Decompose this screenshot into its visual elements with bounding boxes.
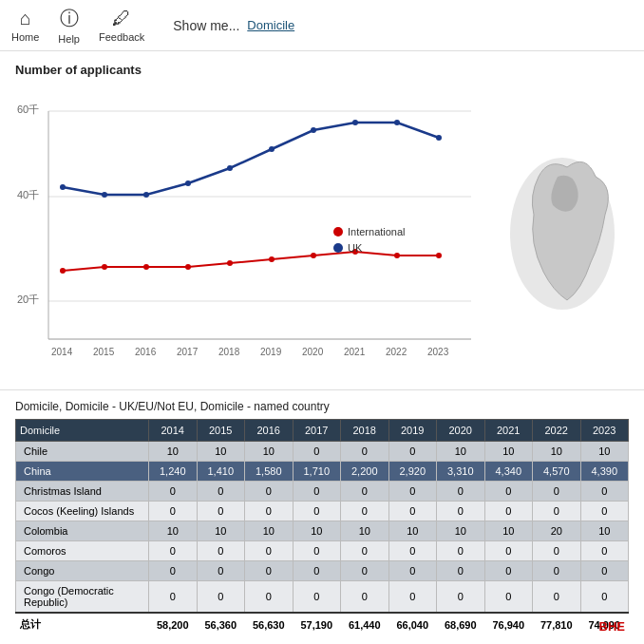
cell-domicile: Chile [16, 442, 149, 462]
home-nav[interactable]: ⌂ Home [11, 8, 39, 43]
help-nav[interactable]: ⓘ Help [58, 6, 80, 45]
cell-value: 10 [149, 442, 198, 462]
cell-value: 0 [293, 442, 341, 462]
svg-text:2020: 2020 [302, 347, 324, 357]
cell-value: 0 [533, 581, 581, 614]
svg-text:2023: 2023 [427, 347, 449, 357]
cell-value: 0 [293, 541, 341, 561]
cell-value: 0 [437, 482, 485, 502]
domicile-button[interactable]: Domicile [247, 18, 294, 32]
col-header-2021: 2021 [484, 420, 533, 442]
svg-text:2022: 2022 [386, 347, 407, 357]
cell-value: 4,340 [484, 462, 533, 482]
cell-value: 0 [388, 482, 437, 502]
cell-value: 10 [245, 442, 294, 462]
cell-value: 4,390 [580, 462, 629, 482]
feedback-nav[interactable]: 🖊 Feedback [99, 8, 144, 43]
intl-dot [269, 256, 275, 262]
cell-value: 0 [149, 581, 198, 614]
table-row: Christmas Island0000000000 [16, 482, 629, 502]
intl-line [63, 252, 439, 271]
cell-value: 10 [341, 521, 389, 541]
map-svg [501, 139, 624, 329]
table-section: Domicile, Domicile - UK/EU/Not EU, Domic… [0, 390, 644, 635]
y-label-60: 60千 [17, 104, 39, 115]
table-row: Chile10101000010101010 [16, 442, 629, 462]
app-header: ⌂ Home ⓘ Help 🖊 Feedback Show me... Domi… [0, 0, 644, 51]
cell-value: 10 [437, 442, 485, 462]
table-title: Domicile, Domicile - UK/EU/Not EU, Domic… [15, 400, 629, 413]
cell-value: 0 [580, 561, 629, 581]
cell-value: 1,710 [293, 462, 341, 482]
cell-value: 0 [341, 561, 389, 581]
legend-intl-label: International [348, 226, 406, 237]
cell-value: 0 [341, 442, 389, 462]
cell-value: 0 [437, 581, 485, 614]
cell-value: 0 [149, 502, 198, 521]
uk-dot [185, 180, 191, 186]
cell-value: 0 [580, 502, 629, 521]
cell-value: 10 [149, 521, 198, 541]
col-header-2016: 2016 [245, 420, 294, 442]
table-row: Congo0000000000 [16, 561, 629, 581]
intl-dot [227, 260, 233, 266]
table-row: Comoros0000000000 [16, 541, 629, 561]
cell-value: 0 [388, 561, 437, 581]
uk-dot [436, 135, 442, 141]
cell-value: 0 [197, 482, 245, 502]
cell-value: 0 [437, 561, 485, 581]
uk-dot [352, 120, 358, 125]
cell-value: 0 [484, 581, 533, 614]
svg-text:2018: 2018 [218, 347, 240, 357]
svg-text:2014: 2014 [51, 347, 73, 357]
home-label: Home [11, 31, 39, 43]
cell-value: 0 [197, 502, 245, 521]
cell-value: 2,920 [388, 462, 437, 482]
cell-value: 0 [388, 442, 437, 462]
y-label-20: 20千 [17, 294, 39, 305]
col-header-2023: 2023 [580, 420, 629, 442]
cell-value: 10 [484, 521, 533, 541]
cell-value: 1,240 [149, 462, 198, 482]
cell-value: 0 [580, 581, 629, 614]
cell-value: 0 [580, 482, 629, 502]
uk-dot [102, 192, 107, 198]
svg-text:2021: 2021 [344, 347, 366, 357]
footer-2015: 56,360 [197, 613, 245, 635]
cell-value: 0 [533, 482, 581, 502]
footer-2019: 66,040 [388, 613, 437, 635]
cell-value: 0 [293, 502, 341, 521]
footer-2017: 57,190 [293, 613, 341, 635]
cell-value: 10 [580, 521, 629, 541]
table-row: Cocos (Keeling) Islands0000000000 [16, 502, 629, 521]
cell-value: 0 [245, 482, 294, 502]
cell-value: 0 [484, 482, 533, 502]
cell-value: 0 [341, 581, 389, 614]
home-icon: ⌂ [20, 8, 31, 29]
svg-text:2019: 2019 [260, 347, 282, 357]
cell-value: 0 [245, 561, 294, 581]
cell-value: 0 [341, 502, 389, 521]
cell-value: 0 [197, 581, 245, 614]
cell-value: 10 [293, 521, 341, 541]
uk-dot [269, 146, 275, 152]
cell-value: 0 [341, 541, 389, 561]
intl-dot [394, 253, 400, 258]
legend-intl-dot [333, 227, 343, 237]
uk-dot [227, 165, 233, 171]
cell-domicile: Cocos (Keeling) Islands [16, 502, 149, 521]
table-wrapper: Domicile 2014 2015 2016 2017 2018 2019 2… [15, 419, 629, 635]
bhe-watermark: BHE [599, 619, 625, 634]
cell-value: 0 [388, 541, 437, 561]
cell-value: 0 [149, 482, 198, 502]
show-me-label: Show me... [173, 18, 239, 33]
svg-text:2017: 2017 [177, 347, 199, 357]
cell-value: 0 [197, 541, 245, 561]
footer-2014: 58,200 [149, 613, 198, 635]
cell-value: 0 [533, 561, 581, 581]
table-footer-row: 总计 58,200 56,360 56,630 57,190 61,440 66… [16, 613, 629, 635]
col-header-2015: 2015 [197, 420, 245, 442]
svg-text:2016: 2016 [135, 347, 157, 357]
cell-value: 0 [533, 541, 581, 561]
cell-value: 4,570 [533, 462, 581, 482]
